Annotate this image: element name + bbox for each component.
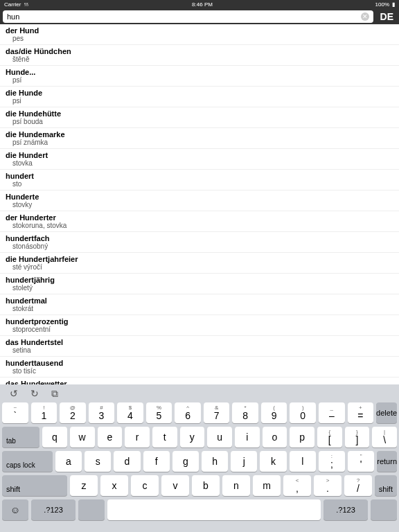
- status-bar: Carrier ᯾ 8:46 PM 100% ▮: [0, 0, 399, 8]
- tab-key[interactable]: tab: [2, 427, 39, 447]
- result-row[interactable]: das/die Hündchenštěně: [0, 45, 399, 66]
- key-4[interactable]: $4: [117, 402, 143, 423]
- result-translation: sté výročí: [6, 263, 393, 271]
- space-key[interactable]: [107, 499, 321, 520]
- key-x[interactable]: x: [100, 475, 128, 496]
- key-bracket[interactable]: |\: [372, 427, 397, 447]
- keyboard-toolbar: ↺ ↻ ⧉: [0, 384, 399, 402]
- key-7[interactable]: &7: [204, 402, 230, 423]
- key-v[interactable]: v: [161, 475, 189, 496]
- result-row[interactable]: die Hundertstovka: [0, 149, 399, 170]
- symbols-key[interactable]: .?123: [323, 499, 368, 520]
- search-bar: ✕ DE: [0, 8, 399, 24]
- key-`[interactable]: ~`: [2, 402, 28, 423]
- key-a[interactable]: a: [55, 451, 82, 472]
- result-row[interactable]: Hundertestovky: [0, 190, 399, 211]
- key-e[interactable]: e: [98, 427, 123, 447]
- result-term: das/die Hündchen: [6, 47, 393, 55]
- key-m[interactable]: m: [253, 475, 281, 496]
- key-w[interactable]: w: [70, 427, 95, 447]
- result-term: Hunderte: [6, 193, 393, 201]
- result-row[interactable]: die Hundemarkepsí známka: [0, 128, 399, 149]
- symbols-key[interactable]: .?123: [31, 499, 76, 520]
- key-s[interactable]: s: [85, 451, 111, 472]
- key-r[interactable]: r: [125, 427, 150, 447]
- result-translation: psí bouda: [6, 118, 393, 125]
- search-input-wrap[interactable]: ✕: [3, 10, 373, 23]
- key-0[interactable]: )0: [290, 402, 316, 423]
- result-term: die Hundert: [6, 151, 393, 159]
- key-5[interactable]: %5: [146, 402, 172, 423]
- key-y[interactable]: y: [180, 427, 205, 447]
- key-i[interactable]: i: [235, 427, 260, 447]
- key-l[interactable]: l: [290, 451, 316, 472]
- key-punct[interactable]: "': [348, 451, 374, 472]
- key-h[interactable]: h: [202, 451, 228, 472]
- result-row[interactable]: Hunde...psí: [0, 66, 399, 87]
- key-punct[interactable]: ?/: [344, 475, 372, 496]
- key-f[interactable]: f: [143, 451, 170, 472]
- result-row[interactable]: der Hundpes: [0, 24, 399, 45]
- emoji-key[interactable]: ☺: [2, 499, 28, 520]
- result-term: hundertmal: [6, 296, 393, 305]
- result-translation: stonásobný: [6, 242, 393, 250]
- search-input[interactable]: [7, 12, 361, 21]
- key-z[interactable]: z: [70, 475, 98, 496]
- key-3[interactable]: #3: [89, 402, 115, 423]
- results-list[interactable]: der Hundpesdas/die HündchenštěněHunde...…: [0, 24, 399, 384]
- result-term: hundertfach: [6, 234, 393, 242]
- key-c[interactable]: c: [131, 475, 159, 496]
- result-row[interactable]: hunderttausendsto tisíc: [0, 357, 399, 378]
- key-b[interactable]: b: [192, 475, 220, 496]
- paste-icon[interactable]: ⧉: [51, 388, 58, 400]
- result-row[interactable]: hundertfachstonásobný: [0, 232, 399, 253]
- result-row[interactable]: die Hundehüttepsí bouda: [0, 107, 399, 128]
- key-u[interactable]: u: [207, 427, 232, 447]
- key-–[interactable]: _–: [319, 402, 345, 423]
- redo-icon[interactable]: ↻: [30, 388, 39, 399]
- key-d[interactable]: d: [114, 451, 140, 472]
- result-row[interactable]: das Hundewetterpsí počasí: [0, 378, 399, 384]
- result-translation: stokoruna, stovka: [6, 222, 393, 229]
- return-key[interactable]: return: [377, 451, 397, 472]
- key-2[interactable]: @2: [60, 402, 86, 423]
- result-row[interactable]: hundertjährigstoletý: [0, 274, 399, 294]
- key-1[interactable]: !1: [31, 402, 57, 423]
- key-g[interactable]: g: [172, 451, 199, 472]
- language-toggle[interactable]: DE: [378, 11, 396, 22]
- result-row[interactable]: der Hunderterstokoruna, stovka: [0, 211, 399, 232]
- key-9[interactable]: (9: [261, 402, 287, 423]
- battery-icon: ▮: [392, 1, 395, 8]
- key-bracket[interactable]: {[: [317, 427, 342, 447]
- key-o[interactable]: o: [263, 427, 287, 447]
- result-translation: stoprocentní: [6, 326, 393, 333]
- shift-key[interactable]: shift: [375, 475, 397, 496]
- wifi-icon: ᯾: [24, 1, 29, 8]
- key-q[interactable]: q: [42, 427, 67, 447]
- mic-icon[interactable]: [78, 499, 105, 520]
- key-bracket[interactable]: }]: [345, 427, 370, 447]
- result-row[interactable]: das Hundertstelsetina: [0, 336, 399, 357]
- result-row[interactable]: hundertmalstokrát: [0, 294, 399, 315]
- key-j[interactable]: j: [231, 451, 257, 472]
- clear-icon[interactable]: ✕: [361, 12, 369, 21]
- key-=[interactable]: +=: [348, 402, 374, 423]
- key-punct[interactable]: :;: [319, 451, 345, 472]
- hide-keyboard-icon[interactable]: [371, 499, 397, 520]
- result-row[interactable]: hundertsto: [0, 170, 399, 190]
- key-punct[interactable]: >.: [314, 475, 342, 496]
- undo-icon[interactable]: ↺: [10, 388, 18, 399]
- result-row[interactable]: die Hundertjahrfeiersté výročí: [0, 253, 399, 274]
- capslock-key[interactable]: caps lock: [2, 451, 53, 472]
- key-p[interactable]: p: [290, 427, 314, 447]
- key-punct[interactable]: <,: [283, 475, 311, 496]
- result-row[interactable]: hundertprozentigstoprocentní: [0, 315, 399, 336]
- key-6[interactable]: ^6: [175, 402, 201, 423]
- key-n[interactable]: n: [222, 475, 250, 496]
- key-k[interactable]: k: [260, 451, 286, 472]
- key-8[interactable]: *8: [232, 402, 258, 423]
- delete-key[interactable]: delete: [376, 402, 397, 423]
- key-t[interactable]: t: [152, 427, 177, 447]
- shift-key[interactable]: shift: [2, 475, 67, 496]
- result-row[interactable]: die Hundepsi: [0, 87, 399, 107]
